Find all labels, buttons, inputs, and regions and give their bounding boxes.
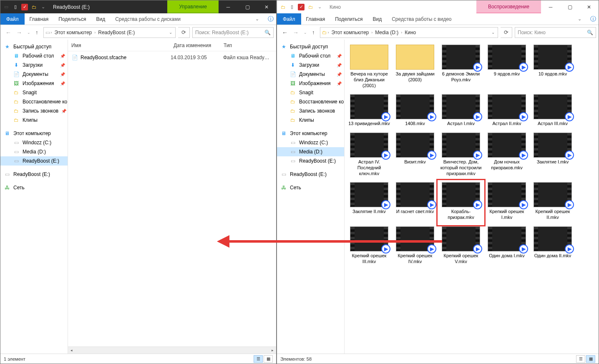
contextual-tab[interactable]: Воспроизведение — [476, 0, 541, 13]
minimize-button[interactable]: ─ — [541, 0, 560, 13]
file-row[interactable]: 📄ReadyBoost.sfcache14.03.2019 3:05Файл к… — [68, 53, 276, 62]
grid-item[interactable]: ▶И гаснет свет.mkv — [392, 181, 438, 225]
sidebar-item[interactable]: 🖥Рабочий стол📌 — [0, 51, 68, 60]
tab-view[interactable]: Вид — [367, 13, 387, 25]
grid-item[interactable]: ▶Астрал II.mkv — [484, 93, 530, 131]
view-icons-button[interactable]: ▦ — [264, 355, 273, 363]
folder-icon[interactable]: 🗀 — [307, 4, 314, 10]
view-details-button[interactable]: ☰ — [576, 355, 585, 363]
tab-view[interactable]: Вид — [91, 13, 110, 25]
grid-item[interactable]: ▶Крепкий орешек III.mkv — [346, 225, 392, 269]
ribbon-expand-icon[interactable]: ⌄ — [571, 13, 588, 25]
file-tab[interactable]: Файл — [0, 13, 25, 25]
tab-context-tool[interactable]: Средства работы с дисками — [110, 13, 186, 25]
grid-item[interactable]: Вечера на хуторе близ Диканьки (2001) — [346, 43, 392, 93]
forward-button[interactable]: → — [16, 29, 22, 36]
sidebar-drive-item[interactable]: ▭ReadyBoost (E:) — [277, 156, 344, 166]
sidebar-item[interactable]: 🖥Рабочий стол📌 — [277, 51, 344, 60]
col-name[interactable]: Имя — [68, 43, 170, 48]
sidebar-quick-access[interactable]: ★Быстрый доступ — [277, 42, 344, 51]
tab-share[interactable]: Поделиться — [53, 13, 91, 25]
view-icons-button[interactable]: ▦ — [586, 355, 595, 363]
sidebar-drive-item[interactable]: ▭ReadyBoost (E:) — [0, 156, 68, 166]
grid-item[interactable]: ▶Дом ночных призраков.mkv — [484, 131, 530, 181]
tab-share[interactable]: Поделиться — [330, 13, 367, 25]
file-tab[interactable]: Файл — [277, 13, 301, 25]
grid-item[interactable]: ▶Крепкий орешек I.mkv — [484, 181, 530, 225]
grid-item[interactable]: ▶Винчестер. Дом, который построили призр… — [438, 131, 484, 181]
grid-item[interactable]: ▶Один дома I.mkv — [484, 225, 530, 269]
maximize-button[interactable]: ▢ — [238, 0, 257, 13]
refresh-button[interactable]: ⟳ — [178, 27, 190, 38]
search-input[interactable]: Поиск: ReadyBoost (E:) 🔍 — [192, 27, 274, 38]
sidebar-network[interactable]: 🖧Сеть — [277, 183, 344, 192]
grid-item[interactable]: За двумя зайцами (2003) — [392, 43, 438, 93]
grid-item[interactable]: ▶9 ярдов.mkv — [484, 43, 530, 93]
address-dropdown-icon[interactable]: ⌄ — [168, 30, 174, 35]
grid-item[interactable]: ▶Визит.mkv — [392, 131, 438, 181]
close-button[interactable]: ✕ — [579, 0, 599, 13]
address-bar[interactable]: ▭ › Этот компьютер › ReadyBoost (E:) ⌄ — [43, 27, 176, 38]
back-button[interactable]: ← — [282, 29, 288, 36]
grid-item[interactable]: ▶Крепкий орешек V.mkv — [438, 225, 484, 269]
breadcrumb-item[interactable]: Этот компьютер — [330, 30, 371, 35]
view-details-button[interactable]: ☰ — [254, 355, 263, 363]
minimize-button[interactable]: ─ — [219, 0, 238, 13]
history-dropdown-icon[interactable]: ⌄ — [304, 30, 307, 35]
breadcrumb-item[interactable]: Кино — [403, 30, 418, 35]
folder-icon[interactable]: 🗀 — [30, 4, 37, 10]
back-button[interactable]: ← — [5, 29, 11, 36]
maximize-button[interactable]: ▢ — [560, 0, 579, 13]
sidebar-item[interactable]: ⬇Загрузки📌 — [0, 60, 68, 70]
sidebar-item[interactable]: 🗀Запись звонков📌 — [0, 106, 68, 115]
grid-item[interactable]: ▶Астрал I.mkv — [438, 93, 484, 131]
qat-dropdown-icon[interactable]: ⌄ — [40, 4, 46, 10]
grid-item[interactable]: ▶Крепкий орешек II.mkv — [530, 181, 576, 225]
up-button[interactable]: ↑ — [35, 29, 38, 35]
tab-home[interactable]: Главная — [301, 13, 330, 25]
sidebar-quick-access[interactable]: ★Быстрый доступ — [0, 42, 68, 51]
sidebar-drive-item[interactable]: ▭Media (D:) — [277, 147, 344, 156]
sidebar-this-pc[interactable]: 🖥Этот компьютер — [277, 129, 344, 138]
search-input[interactable]: Поиск: Кино 🔍 — [515, 27, 596, 38]
sidebar-network[interactable]: 🖧Сеть — [0, 183, 68, 192]
history-dropdown-icon[interactable]: ⌄ — [27, 30, 30, 35]
breadcrumb-item[interactable]: Этот компьютер — [53, 30, 94, 35]
sidebar-drive-item[interactable]: ▭Windozz (C:) — [0, 138, 68, 147]
grid-item[interactable]: ▶1408.mkv — [392, 93, 438, 131]
sidebar-item[interactable]: ⬇Загрузки📌 — [277, 60, 344, 70]
sidebar-this-pc[interactable]: 🖥Этот компьютер — [0, 129, 68, 138]
forward-button[interactable]: → — [293, 29, 299, 36]
grid-item[interactable]: ▶10 ярдов.mkv — [530, 43, 576, 93]
contextual-tab[interactable]: Управление — [167, 0, 219, 13]
sidebar-drive-item[interactable]: ▭Media (D:) — [0, 147, 68, 156]
grid-item[interactable]: ▶Один дома II.mkv — [530, 225, 576, 269]
sidebar-item[interactable]: 📄Документы📌 — [277, 70, 344, 79]
help-icon[interactable]: ⓘ — [265, 13, 276, 25]
help-icon[interactable]: ⓘ — [588, 13, 599, 25]
qat-dropdown-icon[interactable]: ⌄ — [316, 4, 323, 10]
sidebar-item[interactable]: 🖼Изображения📌 — [0, 79, 68, 88]
sidebar-item[interactable]: 🗀Клипы — [277, 115, 344, 125]
sidebar-item[interactable]: 🖼Изображения📌 — [277, 79, 344, 88]
ribbon-expand-icon[interactable]: ⌄ — [249, 13, 265, 25]
breadcrumb-item[interactable]: Media (D:) — [373, 30, 400, 35]
sidebar-readyboost[interactable]: ▭ReadyBoost (E:) — [277, 170, 344, 179]
grid-item[interactable]: ▶13 привидений.mkv — [346, 93, 392, 131]
breadcrumb-item[interactable]: ReadyBoost (E:) — [96, 30, 136, 35]
scroll-left-icon[interactable]: ◂ — [68, 347, 75, 354]
tab-home[interactable]: Главная — [25, 13, 54, 25]
hscrollbar[interactable]: ◂ ▸ — [68, 346, 276, 354]
sidebar-item[interactable]: 🗀Восстановление ко — [0, 97, 68, 106]
sidebar-item[interactable]: 🗀Snagit — [277, 88, 344, 97]
tab-context-tool[interactable]: Средства работы с видео — [387, 13, 456, 25]
sidebar-item[interactable]: 🗀Snagit — [0, 88, 68, 97]
grid-item[interactable]: ▶Астрал IV. Последний ключ.mkv — [346, 131, 392, 181]
col-type[interactable]: Тип — [220, 43, 270, 48]
close-button[interactable]: ✕ — [257, 0, 276, 13]
grid-item[interactable]: ▶Астрал III.mkv — [530, 93, 576, 131]
sidebar-item[interactable]: 🗀Восстановление ко — [277, 97, 344, 106]
sidebar-item[interactable]: 📄Документы📌 — [0, 70, 68, 79]
address-dropdown-icon[interactable]: ⌄ — [490, 30, 496, 35]
refresh-button[interactable]: ⟳ — [501, 27, 512, 38]
